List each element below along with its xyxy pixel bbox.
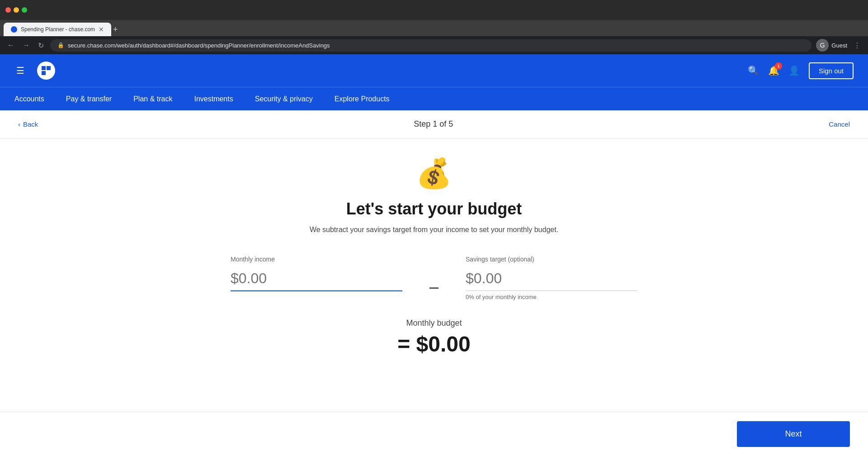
step-header: ‹ Back Step 1 of 5 Cancel <box>0 110 868 138</box>
notifications-btn[interactable]: 🔔 1 <box>768 65 779 76</box>
nav-accounts[interactable]: Accounts <box>14 87 55 111</box>
app-header: ☰ 🔍 🔔 1 👤 Sign out <box>0 54 868 87</box>
savings-input-wrapper: 0% of your monthly income <box>466 266 637 300</box>
budget-result: Monthly budget = $0.00 <box>397 318 470 356</box>
forward-nav-btn[interactable]: → <box>21 39 32 51</box>
search-icon: 🔍 <box>748 66 759 76</box>
sign-out-btn[interactable]: Sign out <box>809 62 854 79</box>
nav-security-privacy[interactable]: Security & privacy <box>244 87 324 111</box>
money-bag-icon: 💰 <box>416 157 452 190</box>
inputs-row: Monthly income – Savings target (optiona… <box>231 256 637 300</box>
income-input-group: Monthly income <box>231 256 402 291</box>
url-bar[interactable]: 🔒 secure.chase.com/web/auth/dashboard#/d… <box>50 39 811 52</box>
chase-logo <box>37 62 55 80</box>
main-nav: Accounts Pay & transfer Plan & track Inv… <box>0 87 868 110</box>
main-content: 💰 Let's start your budget We subtract yo… <box>0 138 868 375</box>
budget-value: = $0.00 <box>397 332 470 356</box>
browser-titlebar <box>0 0 868 20</box>
window-max-btn[interactable] <box>22 7 27 13</box>
nav-plan-track[interactable]: Plan & track <box>123 87 183 111</box>
chevron-left-icon: ‹ <box>18 120 20 128</box>
browser-menu-btn[interactable]: ⋮ <box>852 39 863 52</box>
window-controls <box>5 7 27 13</box>
nav-explore-products[interactable]: Explore Products <box>324 87 401 111</box>
icon-emoji: 💰 <box>416 157 452 190</box>
notification-badge: 1 <box>775 62 782 70</box>
svg-rect-2 <box>47 66 51 70</box>
svg-rect-1 <box>42 66 46 70</box>
url-text: secure.chase.com/web/auth/dashboard#/das… <box>68 42 330 49</box>
savings-label: Savings target (optional) <box>466 256 534 263</box>
page-subtitle: We subtract your savings target from you… <box>310 226 558 234</box>
monthly-income-input[interactable] <box>231 266 402 291</box>
page-title: Let's start your budget <box>346 200 522 218</box>
nav-investments[interactable]: Investments <box>183 87 244 111</box>
svg-point-0 <box>12 27 16 32</box>
profile-label: Guest <box>831 42 847 49</box>
minus-sign: – <box>429 277 439 296</box>
tab-title: Spending Planner - chase.com <box>21 26 95 33</box>
back-nav-btn[interactable]: ← <box>5 39 16 51</box>
back-label: Back <box>23 120 38 128</box>
income-label: Monthly income <box>231 256 275 263</box>
budget-label: Monthly budget <box>397 318 470 328</box>
tab-bar: Spending Planner - chase.com ✕ + <box>0 20 868 36</box>
address-bar: ← → ↻ 🔒 secure.chase.com/web/auth/dashbo… <box>0 36 868 54</box>
window-close-btn[interactable] <box>5 7 11 13</box>
profile-avatar: G <box>816 39 829 52</box>
window-min-btn[interactable] <box>14 7 19 13</box>
svg-rect-3 <box>42 71 46 75</box>
savings-helper-text: 0% of your monthly income <box>466 294 637 300</box>
step-indicator: Step 1 of 5 <box>414 119 453 129</box>
security-icon: 🔒 <box>57 42 64 48</box>
tab-close-btn[interactable]: ✕ <box>99 26 104 33</box>
back-button[interactable]: ‹ Back <box>18 120 38 128</box>
header-icons: 🔍 🔔 1 👤 Sign out <box>748 62 854 79</box>
savings-input-group: Savings target (optional) 0% of your mon… <box>466 256 637 300</box>
reload-btn[interactable]: ↻ <box>36 39 46 52</box>
profile-btn[interactable]: G Guest <box>816 39 847 52</box>
cancel-button[interactable]: Cancel <box>829 120 850 128</box>
active-tab[interactable]: Spending Planner - chase.com ✕ <box>4 23 111 36</box>
content-area: ‹ Back Step 1 of 5 Cancel 💰 Let's start … <box>0 110 868 382</box>
user-icon: 👤 <box>788 66 800 76</box>
nav-pay-transfer[interactable]: Pay & transfer <box>55 87 123 111</box>
hamburger-menu-btn[interactable]: ☰ <box>14 63 26 78</box>
new-tab-btn[interactable]: + <box>113 25 118 34</box>
search-btn[interactable]: 🔍 <box>748 65 759 76</box>
tab-favicon <box>11 26 17 33</box>
account-btn[interactable]: 👤 <box>788 65 800 76</box>
savings-target-input[interactable] <box>466 266 637 291</box>
